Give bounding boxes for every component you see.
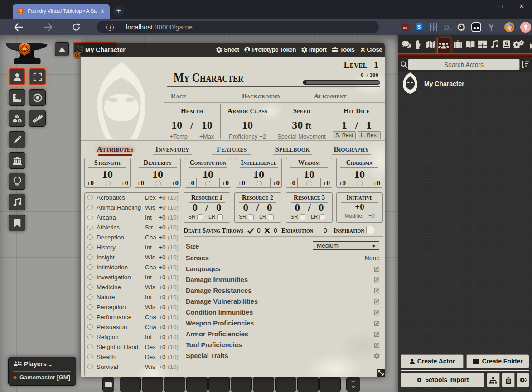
- svg-text:uo: uo: [403, 26, 407, 30]
- svg-text:D: D: [444, 23, 449, 32]
- svg-text:S: S: [417, 24, 421, 29]
